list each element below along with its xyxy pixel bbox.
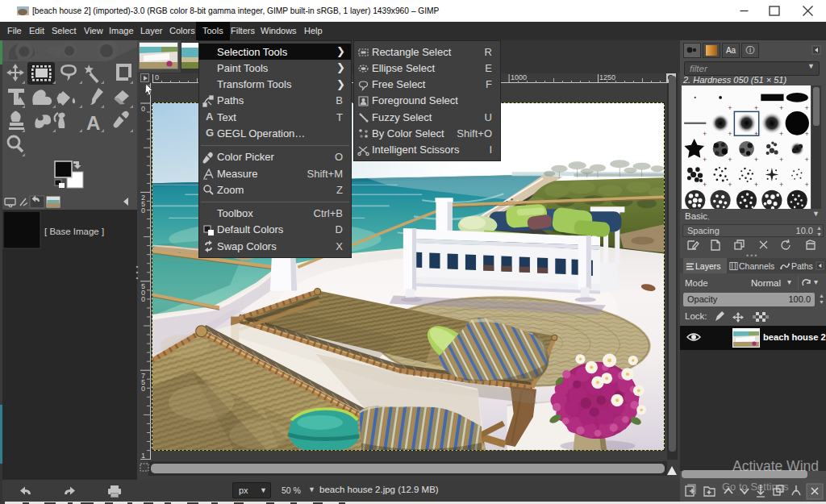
svg-text:+: + <box>754 130 758 138</box>
svg-text:+: + <box>779 181 783 189</box>
svg-text:+: + <box>754 104 758 112</box>
svg-text:0: 0 <box>141 105 145 113</box>
svg-text:1: 1 <box>141 452 145 460</box>
svg-text:1000: 1000 <box>511 73 527 81</box>
svg-text:+: + <box>703 181 707 189</box>
svg-text:+: + <box>703 130 707 138</box>
svg-text:+: + <box>805 181 809 189</box>
svg-text:1250: 1250 <box>599 73 615 81</box>
svg-text:+: + <box>805 155 809 163</box>
svg-text:0: 0 <box>141 206 145 215</box>
svg-text:+: + <box>754 181 758 189</box>
svg-text:+: + <box>779 155 783 163</box>
svg-text:0: 0 <box>141 385 145 393</box>
svg-text:+: + <box>805 130 809 138</box>
svg-text:0: 0 <box>141 295 145 303</box>
svg-text:+: + <box>728 104 732 112</box>
svg-text:A: A <box>86 112 100 134</box>
svg-text:[ Base Image ]: [ Base Image ] <box>44 227 104 236</box>
svg-text:0: 0 <box>155 73 159 81</box>
svg-text:+: + <box>703 155 707 163</box>
svg-text:+: + <box>728 130 732 138</box>
svg-text:+: + <box>728 181 732 189</box>
svg-text:+: + <box>779 130 783 138</box>
svg-text:+: + <box>805 104 809 112</box>
svg-text:+: + <box>728 155 732 163</box>
svg-text:+: + <box>754 155 758 163</box>
svg-text:+: + <box>779 104 783 112</box>
